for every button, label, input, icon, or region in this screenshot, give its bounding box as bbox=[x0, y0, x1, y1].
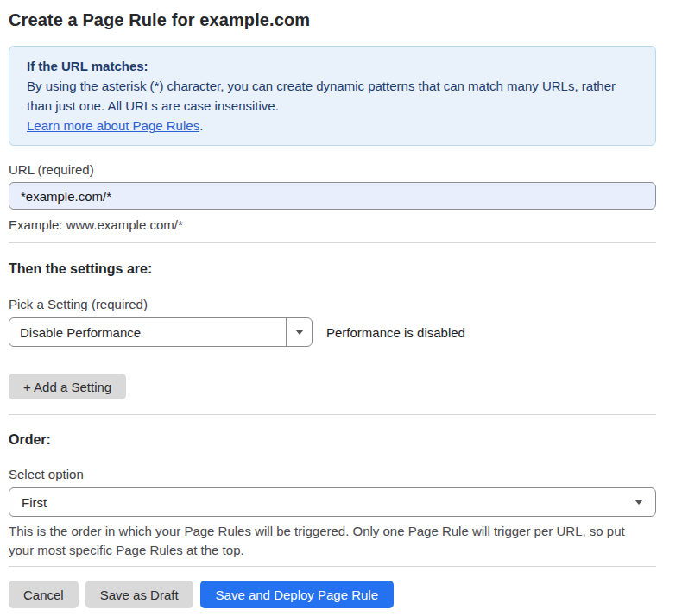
pick-setting-label: Pick a Setting (required) bbox=[9, 297, 656, 312]
order-select[interactable]: First bbox=[9, 487, 656, 517]
order-select-label: Select option bbox=[9, 467, 656, 482]
order-select-value: First bbox=[22, 495, 47, 510]
info-callout-body: By using the asterisk (*) character, you… bbox=[27, 76, 638, 116]
learn-more-page-rules-link[interactable]: Learn more about Page Rules bbox=[27, 118, 199, 133]
section-divider bbox=[9, 242, 656, 243]
url-example-helper: Example: www.example.com/* bbox=[9, 217, 656, 233]
page-title: Create a Page Rule for example.com bbox=[9, 9, 656, 31]
setting-row: Disable Performance Performance is disab… bbox=[9, 317, 656, 347]
info-callout-heading: If the URL matches: bbox=[27, 56, 638, 76]
chevron-down-icon bbox=[295, 330, 304, 335]
info-callout-link-line: Learn more about Page Rules. bbox=[27, 116, 638, 135]
footer-divider bbox=[9, 566, 656, 567]
create-page-rule-form: Create a Page Rule for example.com If th… bbox=[0, 9, 682, 608]
order-section-heading: Order: bbox=[9, 431, 656, 449]
footer-actions: Cancel Save as Draft Save and Deploy Pag… bbox=[9, 581, 656, 608]
url-matches-info-callout: If the URL matches: By using the asteris… bbox=[9, 46, 656, 146]
cancel-button[interactable]: Cancel bbox=[9, 581, 79, 608]
save-and-deploy-button[interactable]: Save and Deploy Page Rule bbox=[200, 581, 394, 608]
url-field-label: URL (required) bbox=[9, 162, 656, 178]
setting-status-text: Performance is disabled bbox=[326, 325, 465, 340]
chevron-down-icon bbox=[635, 500, 643, 505]
setting-select-arrow-button[interactable] bbox=[286, 318, 312, 346]
link-suffix-period: . bbox=[199, 118, 203, 133]
order-helper-text: This is the order in which your Page Rul… bbox=[9, 522, 652, 560]
setting-select[interactable]: Disable Performance bbox=[9, 317, 313, 347]
settings-section-heading: Then the settings are: bbox=[9, 261, 656, 278]
url-input[interactable] bbox=[9, 182, 656, 210]
add-setting-button[interactable]: + Add a Setting bbox=[9, 374, 126, 399]
save-as-draft-button[interactable]: Save as Draft bbox=[85, 581, 193, 608]
setting-select-value: Disable Performance bbox=[9, 318, 286, 346]
section-divider bbox=[9, 414, 656, 415]
